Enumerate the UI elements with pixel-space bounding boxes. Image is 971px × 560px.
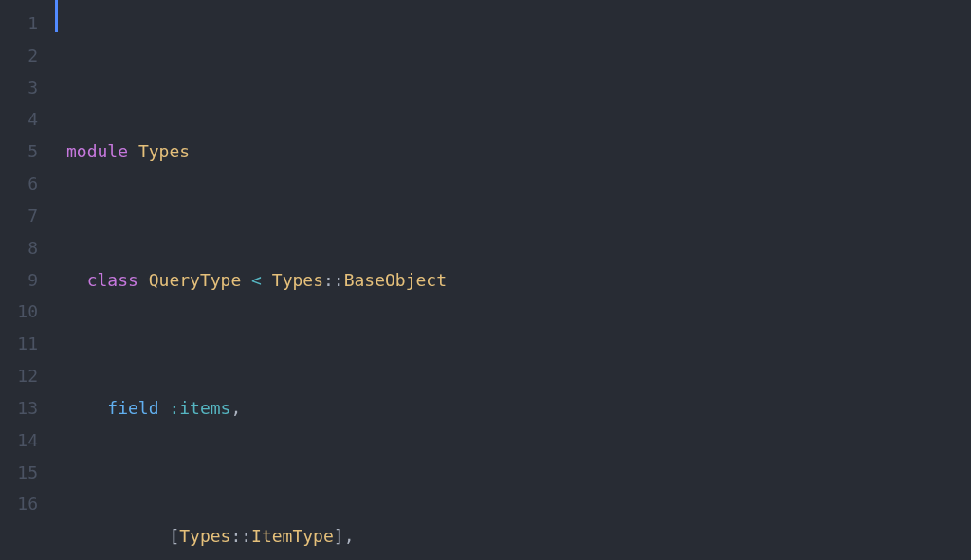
line-number: 9 xyxy=(0,264,38,297)
constant: BaseObject xyxy=(344,270,447,290)
punct: , xyxy=(344,526,355,546)
constant: Types xyxy=(138,141,190,161)
operator: < xyxy=(251,270,262,290)
line-number: 15 xyxy=(0,457,38,489)
punct: :: xyxy=(230,526,251,546)
line-number: 16 xyxy=(0,488,38,520)
line-number: 5 xyxy=(0,135,38,168)
line-number: 1 xyxy=(0,8,38,40)
line-number: 11 xyxy=(0,328,38,360)
method-call: field xyxy=(107,398,158,418)
constant: ItemType xyxy=(251,526,334,546)
punct: , xyxy=(230,398,241,418)
line-number: 4 xyxy=(0,103,38,135)
symbol: :items xyxy=(169,398,230,418)
code-line[interactable]: field :items, xyxy=(66,392,971,425)
line-number: 7 xyxy=(0,200,38,232)
line-number-gutter: 1 2 3 4 5 6 7 8 9 10 11 12 13 14 15 16 xyxy=(0,0,55,560)
keyword-module: module xyxy=(66,141,128,161)
line-number: 14 xyxy=(0,425,38,457)
punct: ] xyxy=(334,526,344,546)
cursor-line-indicator xyxy=(55,0,58,32)
constant: Types xyxy=(272,270,323,290)
punct: [ xyxy=(169,526,179,546)
constant: QueryType xyxy=(149,270,242,290)
line-number: 10 xyxy=(0,296,38,328)
constant: Types xyxy=(179,526,230,546)
line-number: 8 xyxy=(0,232,38,264)
line-number: 12 xyxy=(0,360,38,392)
line-number: 6 xyxy=(0,168,38,200)
punct: :: xyxy=(323,270,344,290)
line-number: 2 xyxy=(0,40,38,72)
code-line[interactable]: [Types::ItemType], xyxy=(66,520,971,552)
keyword-class: class xyxy=(87,270,138,290)
code-editor[interactable]: module Types class QueryType < Types::Ba… xyxy=(55,0,971,560)
line-number: 3 xyxy=(0,72,38,104)
line-number: 13 xyxy=(0,392,38,425)
code-line[interactable]: module Types xyxy=(66,135,971,168)
code-line[interactable]: class QueryType < Types::BaseObject xyxy=(66,264,971,297)
